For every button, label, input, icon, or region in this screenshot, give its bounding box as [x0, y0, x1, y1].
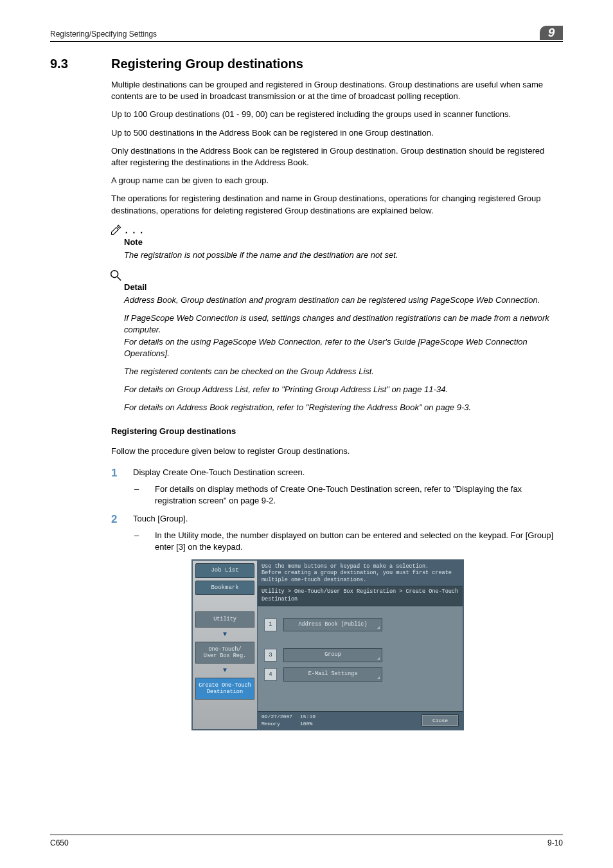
detail-text: The registered contents can be checked o…: [124, 366, 563, 377]
section-title: Registering Group destinations: [111, 55, 303, 73]
body-paragraph: Multiple destinations can be grouped and…: [111, 79, 563, 102]
close-button[interactable]: Close: [422, 714, 459, 727]
body-paragraph: Up to 100 Group destinations (01 - 99, 0…: [111, 109, 563, 120]
instruction-message: Use the menu buttons or keypad to make a…: [258, 561, 463, 586]
running-header: Registering/Specifying Settings: [50, 29, 157, 40]
nav-utility-button[interactable]: Utility: [195, 611, 254, 627]
tab-job-list[interactable]: Job List: [195, 563, 254, 578]
status-memory-value: 100%: [300, 720, 315, 727]
step-number: 1: [111, 466, 133, 481]
chapter-badge: 9: [540, 26, 563, 40]
breadcrumb: Utility > One-Touch/User Box Registratio…: [258, 586, 463, 606]
svg-point-0: [111, 270, 118, 277]
option-number: 1: [264, 619, 277, 631]
body-paragraph: A group name can be given to each group.: [111, 175, 563, 186]
status-time: 15:19: [300, 713, 315, 720]
header-rule: [50, 41, 563, 42]
status-memory-label: Memory: [262, 720, 292, 727]
svg-line-1: [118, 276, 121, 280]
tab-bookmark[interactable]: Bookmark: [195, 581, 254, 595]
group-button[interactable]: Group: [283, 648, 382, 662]
step-number: 2: [111, 512, 133, 527]
sub-intro: Follow the procedure given below to regi…: [111, 446, 563, 457]
body-paragraph: Up to 500 destinations in the Address Bo…: [111, 127, 563, 139]
ellipsis-icon: . . .: [125, 225, 144, 235]
step-subtext: –For details on display methods of Creat…: [155, 484, 563, 507]
body-paragraph: The operations for registering destinati…: [111, 193, 563, 216]
device-screenshot: Job List Bookmark Utility ▼ One-Touch/ U…: [191, 559, 464, 730]
step-text: Touch [Group].: [133, 512, 188, 527]
nav-onetouch-button[interactable]: One-Touch/ User Box Reg.: [195, 642, 254, 664]
footer-page: 9-10: [547, 838, 563, 849]
address-book-button[interactable]: Address Book (Public): [283, 618, 382, 632]
note-text: The registration is not possible if the …: [124, 249, 563, 261]
detail-text: Address Book, Group destination and prog…: [124, 294, 563, 306]
detail-text: If PageScope Web Connection is used, set…: [124, 312, 563, 359]
email-settings-button[interactable]: E-Mail Settings: [283, 667, 382, 682]
step-subtext: –In the Utility mode, the number display…: [155, 530, 563, 553]
arrow-down-icon: ▼: [195, 666, 254, 675]
step-text: Display Create One-Touch Destination scr…: [133, 466, 305, 481]
nav-create-onetouch-button[interactable]: Create One-Touch Destination: [195, 678, 254, 700]
body-paragraph: Only destinations in the Address Book ca…: [111, 145, 563, 168]
detail-text: For details on Group Address List, refer…: [124, 384, 563, 395]
subheading: Registering Group destinations: [111, 426, 563, 437]
note-label: Note: [124, 237, 563, 248]
footer-model: C650: [50, 838, 69, 849]
detail-label: Detail: [124, 282, 563, 293]
arrow-down-icon: ▼: [195, 630, 254, 639]
option-number: 4: [264, 668, 277, 681]
status-date: 09/27/2007: [262, 713, 292, 720]
section-number: 9.3: [50, 55, 111, 73]
detail-text: For details on Address Book registration…: [124, 402, 563, 413]
option-number: 3: [264, 649, 277, 662]
